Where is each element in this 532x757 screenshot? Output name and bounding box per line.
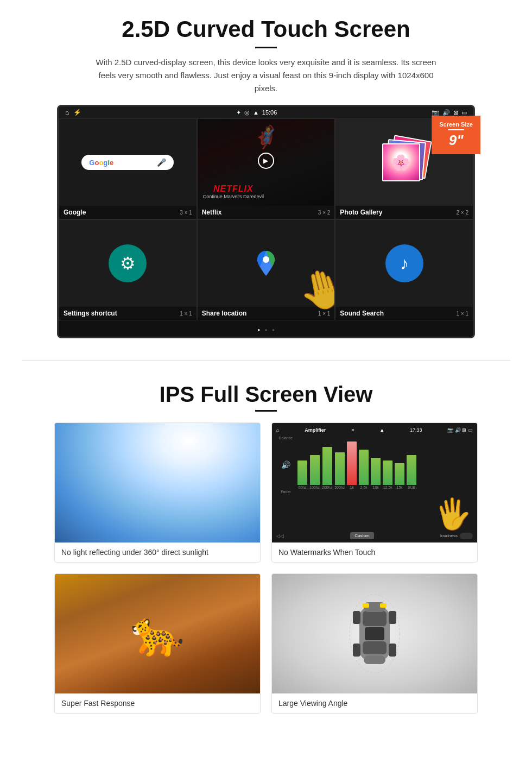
amp-custom-button[interactable]: Custom [350, 532, 374, 539]
device-outer: Screen Size 9" ⌂ ⚡ ✦ ◎ ▲ 15:06 [57, 105, 475, 338]
flower-icon: 🌸 [391, 154, 410, 172]
google-label-row: Google 3 × 1 [59, 206, 197, 219]
home-icon: ⌂ [65, 109, 69, 116]
netflix-app-name: Netflix [202, 209, 222, 216]
amp-menu-icon: ≡ [351, 427, 354, 433]
sound-cell-content: ♪ [335, 220, 473, 307]
amp-bar-9: SUB [407, 455, 416, 489]
amp-bar-3: 500hz [334, 452, 345, 489]
car-image [272, 574, 477, 693]
screen-icon: ▭ [461, 109, 467, 116]
netflix-cell-content: 🦸 ▶ NETFLIX Continue Marvel's Daredevil [198, 119, 335, 206]
car-top-view-svg [347, 590, 402, 677]
app-cell-google[interactable]: Google 🎤 Google 3 × 1 [59, 118, 197, 219]
netflix-bg: 🦸 ▶ NETFLIX Continue Marvel's Daredevil [198, 119, 335, 206]
status-bar-center: ✦ ◎ ▲ 15:06 [236, 109, 277, 116]
status-bar: ⌂ ⚡ ✦ ◎ ▲ 15:06 📷 🔊 ⊠ ▭ [59, 106, 473, 118]
section2-ips: IPS Full Screen View No light reflecting… [0, 377, 532, 724]
google-mic-icon[interactable]: 🎤 [157, 158, 166, 167]
sound-app-size: 1 × 1 [456, 311, 468, 317]
sound-label-row: Sound Search 1 × 1 [335, 307, 473, 320]
netflix-play-button[interactable]: ▶ [258, 153, 274, 169]
cheetah-icon: 🐆 [130, 608, 185, 659]
camera-icon: 📷 [432, 109, 439, 116]
app-cell-settings[interactable]: ⚙ Settings shortcut 1 × 1 [59, 219, 197, 320]
section2-divider [255, 410, 277, 412]
amp-fader-label: Fader [276, 490, 295, 494]
amp-bar-label-0: 60hz [298, 485, 306, 489]
amp-left-labels: Balance 🔊 Fader [276, 435, 295, 495]
settings-cell-content: ⚙ [59, 220, 197, 307]
svg-rect-11 [365, 627, 384, 640]
feature-card-car: Large Viewing Angle [271, 573, 478, 714]
gallery-app-size: 2 × 2 [456, 210, 468, 216]
section2-title: IPS Full Screen View [33, 382, 499, 407]
amp-bar-5: 2.5k [359, 450, 369, 489]
section-divider [22, 360, 510, 361]
section1-title: 2.5D Curved Touch Screen [33, 16, 499, 42]
amp-header: ⌂ Amplifier ≡ ▲ 17:33 📷 🔊 ⊠ ▭ [276, 427, 473, 433]
amp-bar-label-7: 12.5k [383, 485, 392, 489]
amp-title: Amplifier [305, 427, 326, 433]
amp-bar-label-8: 15k [397, 485, 403, 489]
cheetah-caption: Super Fast Response [55, 693, 260, 713]
maps-app-name: Share location [202, 310, 247, 317]
car-caption: Large Viewing Angle [272, 693, 477, 713]
svg-rect-10 [389, 644, 396, 657]
amplifier-caption: No Watermarks When Touch [272, 542, 477, 562]
screen-size-badge: Screen Size 9" [432, 116, 480, 154]
amp-bar-7: 12.5k [383, 460, 392, 489]
app-cell-sound[interactable]: ♪ Sound Search 1 × 1 [335, 219, 473, 320]
amp-time: 17:33 [410, 427, 422, 433]
amp-speaker-icon: 🔊 [276, 460, 295, 469]
google-logo: Google [89, 159, 113, 167]
amp-bar-1: 100hz [309, 455, 320, 489]
photo-card-front: 🌸 [382, 143, 420, 181]
settings-label-row: Settings shortcut 1 × 1 [59, 307, 197, 320]
amp-bar-rect-6 [371, 458, 381, 485]
svg-point-0 [263, 256, 269, 263]
amp-bar-label-3: 500hz [334, 485, 345, 489]
status-bar-left: ⌂ ⚡ [65, 109, 81, 116]
app-cell-netflix[interactable]: 🦸 ▶ NETFLIX Continue Marvel's Daredevil … [197, 118, 335, 219]
photo-stack: 🌸 [380, 138, 429, 187]
device-screen: ⌂ ⚡ ✦ ◎ ▲ 15:06 📷 🔊 ⊠ ▭ [57, 105, 475, 338]
location-icon: ◎ [244, 109, 250, 116]
netflix-info: NETFLIX Continue Marvel's Daredevil [203, 184, 264, 199]
settings-app-size: 1 × 1 [180, 311, 192, 317]
badge-divider [448, 129, 464, 130]
amp-bar-label-2: 200hz [322, 485, 332, 489]
amp-bar-6: 10k [371, 458, 381, 489]
google-search-bar[interactable]: Google 🎤 [81, 155, 174, 170]
feature-card-amplifier: ⌂ Amplifier ≡ ▲ 17:33 📷 🔊 ⊠ ▭ Balance 🔊 … [271, 422, 478, 563]
sunlight-caption: No light reflecting under 360° direct su… [55, 542, 260, 562]
amp-bar-label-1: 100hz [309, 485, 320, 489]
music-note-icon: ♪ [400, 254, 409, 274]
svg-rect-4 [363, 641, 387, 654]
amp-bar-8: 15k [395, 463, 404, 489]
section1-curved-screen: 2.5D Curved Touch Screen With 2.5D curve… [0, 0, 532, 344]
amp-toggle[interactable] [460, 533, 473, 539]
sound-app-name: Sound Search [340, 310, 384, 317]
amp-home-icon: ⌂ [276, 427, 279, 433]
feature-grid: No light reflecting under 360° direct su… [33, 422, 499, 714]
google-maps-icon [252, 250, 280, 277]
battery-icon: ⊠ [453, 109, 458, 116]
section1-divider [255, 47, 277, 48]
amp-bar-rect-1 [310, 455, 320, 485]
feature-card-sunlight: No light reflecting under 360° direct su… [54, 422, 261, 563]
google-app-size: 3 × 1 [180, 210, 192, 216]
amp-bar-4: 1k [347, 441, 357, 489]
gallery-app-name: Photo Gallery [340, 209, 382, 216]
maps-cell-content: 🤚 [198, 220, 335, 307]
amp-hand-icon: 🖐 [433, 495, 473, 533]
netflix-label-row: Netflix 3 × 2 [198, 206, 335, 219]
amp-bar-rect-2 [322, 447, 332, 485]
feature-card-cheetah: 🐆 Super Fast Response [54, 573, 261, 714]
amp-bar-rect-5 [359, 450, 369, 485]
amp-wifi-icon: ▲ [379, 427, 384, 433]
dot-inactive-2: ● [272, 327, 275, 332]
daredevil-icon: 🦸 [252, 124, 280, 150]
amp-bar-rect-7 [383, 460, 392, 485]
app-cell-maps[interactable]: 🤚 Share location 1 × 1 [197, 219, 335, 320]
